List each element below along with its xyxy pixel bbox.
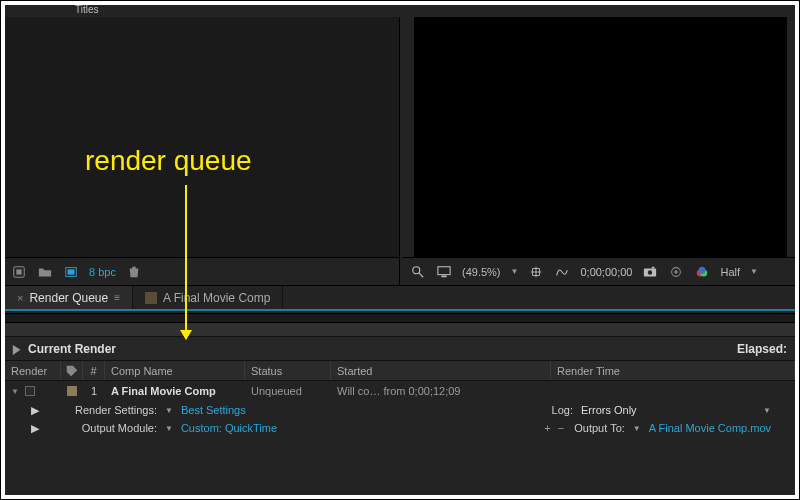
svg-rect-3: [68, 269, 75, 274]
interpret-footage-icon[interactable]: [11, 264, 27, 280]
log-label: Log:: [552, 404, 573, 416]
col-label[interactable]: [61, 361, 83, 380]
panel-menu-icon[interactable]: ≡: [114, 292, 120, 303]
tab-composition[interactable]: A Final Movie Comp: [133, 286, 283, 309]
snapshot-icon[interactable]: [642, 264, 658, 280]
item-started: Will co… from 0;00;12;09: [331, 381, 551, 401]
composition-icon: [145, 292, 157, 304]
svg-rect-6: [441, 275, 446, 277]
col-status[interactable]: Status: [245, 361, 331, 380]
safe-zones-icon[interactable]: [528, 264, 544, 280]
dropdown-icon[interactable]: ▼: [165, 424, 173, 433]
new-folder-icon[interactable]: [37, 264, 53, 280]
col-render-time[interactable]: Render Time: [551, 361, 795, 380]
render-settings-value[interactable]: Best Settings: [181, 404, 246, 416]
resolution-dropdown-icon[interactable]: ▼: [750, 267, 758, 276]
svg-point-14: [699, 266, 706, 273]
svg-point-11: [675, 270, 679, 274]
disclosure-triangle-icon[interactable]: ▼: [11, 387, 19, 396]
dropdown-icon[interactable]: ▼: [165, 406, 173, 415]
add-remove-output-icon[interactable]: + −: [544, 422, 566, 434]
tab-render-queue[interactable]: × Render Queue ≡: [5, 286, 133, 309]
viewer-footer: (49.5%) ▼ 0;00;00;00 Half ▼: [402, 257, 795, 285]
render-queue-header: Render # Comp Name Status Started Render…: [5, 361, 795, 381]
color-management-icon[interactable]: [694, 264, 710, 280]
svg-rect-9: [652, 266, 655, 268]
current-render-row[interactable]: ▶ Current Render Elapsed:: [5, 337, 795, 361]
col-started[interactable]: Started: [331, 361, 551, 380]
output-module-value[interactable]: Custom: QuickTime: [181, 422, 277, 434]
tab-label: A Final Movie Comp: [163, 291, 270, 305]
panel-tab-strip: × Render Queue ≡ A Final Movie Comp: [5, 285, 795, 311]
render-settings-label: Render Settings:: [47, 404, 157, 416]
output-to-label: Output To:: [574, 422, 625, 434]
item-status: Unqueued: [245, 381, 331, 401]
render-queue-item[interactable]: ▼ 1 A Final Movie Comp Unqueued Will co……: [5, 381, 795, 401]
project-panel[interactable]: [5, 17, 400, 257]
item-render-time: [551, 381, 795, 401]
zoom-dropdown-icon[interactable]: ▼: [511, 267, 519, 276]
annotation-arrow: [185, 185, 187, 339]
svg-point-4: [413, 266, 420, 273]
item-comp-name: A Final Movie Comp: [105, 381, 245, 401]
render-settings-row: ▶ Render Settings: ▼ Best Settings Log: …: [5, 401, 795, 419]
magnify-icon[interactable]: [410, 264, 426, 280]
log-dropdown[interactable]: Errors Only▼: [581, 404, 771, 416]
output-module-label: Output Module:: [47, 422, 157, 434]
col-number[interactable]: #: [83, 361, 105, 380]
current-render-label: Current Render: [28, 342, 116, 356]
current-timecode[interactable]: 0;00;00;00: [580, 266, 632, 278]
viewer-canvas[interactable]: [414, 17, 787, 257]
output-to-value[interactable]: A Final Movie Comp.mov: [649, 422, 771, 434]
monitor-icon[interactable]: [436, 264, 452, 280]
mask-path-icon[interactable]: [554, 264, 570, 280]
project-item-titles[interactable]: Titles: [5, 5, 795, 17]
label-icon: [65, 363, 79, 379]
render-progress-bar: [5, 323, 795, 337]
dropdown-icon: ▼: [763, 406, 771, 415]
disclosure-triangle-icon[interactable]: ▶: [31, 422, 39, 435]
tab-label: Render Queue: [29, 291, 108, 305]
render-queue-toolbar: [5, 313, 795, 323]
zoom-level[interactable]: (49.5%): [462, 266, 501, 278]
item-number: 1: [83, 381, 105, 401]
annotation-label: render queue: [85, 145, 252, 177]
resolution-dropdown[interactable]: Half: [720, 266, 740, 278]
item-label-swatch[interactable]: [67, 386, 77, 396]
output-module-row: ▶ Output Module: ▼ Custom: QuickTime + −…: [5, 419, 795, 437]
delete-icon[interactable]: [126, 264, 142, 280]
disclosure-triangle-icon[interactable]: ▶: [13, 342, 20, 355]
project-bit-depth-button[interactable]: 8 bpc: [89, 266, 116, 278]
col-render[interactable]: Render: [5, 361, 61, 380]
elapsed-label: Elapsed:: [737, 342, 787, 356]
new-composition-icon[interactable]: [63, 264, 79, 280]
dropdown-icon[interactable]: ▼: [633, 424, 641, 433]
close-icon[interactable]: ×: [17, 292, 23, 304]
svg-point-8: [648, 270, 652, 274]
svg-rect-1: [16, 269, 21, 274]
project-footer: 8 bpc: [5, 257, 400, 285]
disclosure-triangle-icon[interactable]: ▶: [31, 404, 39, 417]
composition-viewer-panel: [402, 17, 795, 257]
channels-icon[interactable]: [668, 264, 684, 280]
col-comp-name[interactable]: Comp Name: [105, 361, 245, 380]
render-queue-panel: ▶ Current Render Elapsed: Render # Comp …: [5, 313, 795, 495]
svg-rect-5: [438, 266, 450, 274]
queue-checkbox[interactable]: [25, 386, 35, 396]
